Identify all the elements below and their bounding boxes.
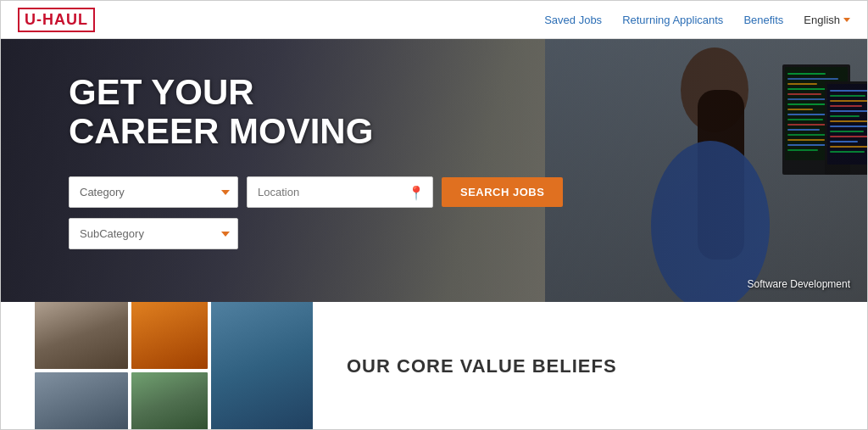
photo-tile-3 [211,301,313,430]
category-select-wrap: Category [69,176,238,208]
hero-content: GET YOUR CAREER MOVING Category 📍 SEARCH… [1,39,867,276]
below-hero-section: OUR CORE VALUE BELIEFS [1,302,867,430]
main-nav: Saved Jobs Returning Applicants Benefits… [544,14,850,26]
subcategory-select[interactable]: SubCategory [69,218,238,249]
hero-bg-label: Software Development [748,278,850,290]
location-input[interactable] [247,176,433,208]
header: U-HAUL Saved Jobs Returning Applicants B… [1,1,867,39]
returning-applicants-link[interactable]: Returning Applicants [622,14,723,26]
search-row-2: SubCategory [69,218,833,249]
search-jobs-button[interactable]: SEARCH JOBS [442,177,563,207]
subcategory-select-wrap: SubCategory [69,218,238,249]
photo-tile-4 [35,372,128,430]
hero-title: GET YOUR CAREER MOVING [69,73,833,151]
location-input-wrap: 📍 [247,176,433,208]
saved-jobs-link[interactable]: Saved Jobs [544,14,602,26]
search-row-1: Category 📍 SEARCH JOBS [69,176,833,208]
core-values-section: OUR CORE VALUE BELIEFS [347,355,833,377]
photo-tile-5 [131,372,208,430]
logo-text: U-HAUL [25,11,88,29]
location-pin-icon: 📍 [408,184,425,200]
photo-tile-1 [35,301,128,369]
photo-tile-2 [131,301,208,369]
hero-section: GET YOUR CAREER MOVING Category 📍 SEARCH… [1,39,867,302]
logo[interactable]: U-HAUL [18,8,95,32]
benefits-link[interactable]: Benefits [743,14,783,26]
hero-title-line2: CAREER MOVING [69,111,373,151]
core-values-title: OUR CORE VALUE BELIEFS [347,355,833,377]
chevron-down-icon [843,18,850,22]
language-selector[interactable]: English [804,14,850,26]
hero-title-line1: GET YOUR [69,72,254,112]
language-label: English [804,14,840,26]
photo-collage [35,301,313,430]
category-select[interactable]: Category [69,176,238,208]
